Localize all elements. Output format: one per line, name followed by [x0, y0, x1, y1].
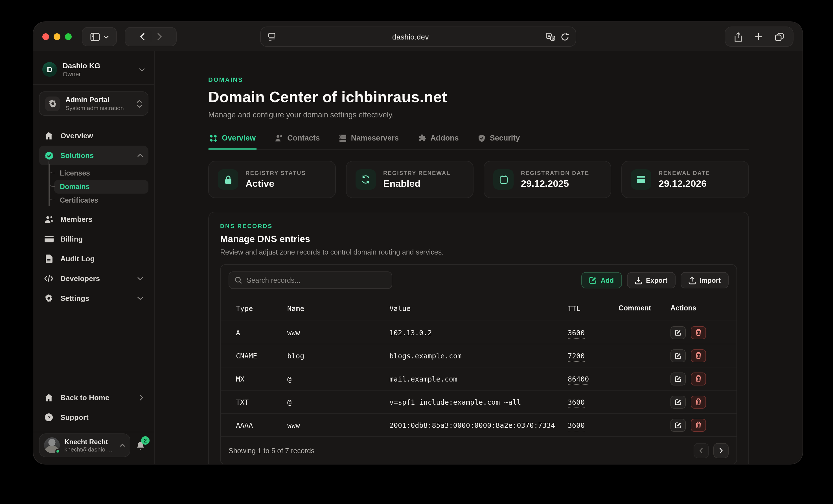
edit-record-button[interactable] [670, 349, 686, 362]
minimize-window-button[interactable] [54, 33, 61, 40]
back-button[interactable] [140, 33, 145, 41]
edit-record-button[interactable] [670, 395, 686, 408]
cell-type: MX [236, 375, 287, 383]
table-row: A www 102.13.0.2 3600 [221, 320, 737, 344]
sidebar-item-label: Developers [61, 274, 100, 283]
delete-record-button[interactable] [691, 418, 706, 431]
tab-label: Contacts [287, 134, 320, 142]
search-records-input[interactable] [229, 271, 392, 289]
sidebar-item-label: Licenses [60, 169, 90, 177]
card-icon [631, 169, 651, 190]
cell-ttl[interactable]: 86400 [568, 375, 589, 385]
button-label: Add [601, 276, 614, 284]
browser-actions [724, 26, 793, 47]
sidebar-item-back-to-home[interactable]: Back to Home [39, 388, 148, 407]
forward-button[interactable] [157, 33, 162, 41]
sidebar-item-overview[interactable]: Overview [39, 126, 148, 146]
solutions-subnav: Licenses Domains Certificates [39, 165, 148, 209]
portal-selector[interactable]: Admin Portal System administration [39, 91, 148, 116]
delete-record-button[interactable] [691, 372, 706, 385]
sidebar-item-label: Back to Home [61, 393, 109, 402]
shield-icon [478, 134, 485, 142]
table-row: MX @ mail.example.com 86400 [221, 367, 737, 390]
cell-ttl[interactable]: 3600 [568, 398, 585, 408]
edit-record-button[interactable] [670, 326, 686, 339]
cell-value: 102.13.0.2 [389, 328, 568, 337]
cell-name: blog [287, 351, 389, 360]
tab-label: Addons [430, 134, 459, 142]
sidebar-item-settings[interactable]: Settings [39, 288, 148, 308]
export-button[interactable]: Export [627, 272, 675, 288]
cell-ttl[interactable]: 3600 [568, 421, 585, 431]
cell-type: AAAA [236, 421, 287, 429]
next-page-button[interactable] [713, 443, 729, 458]
domain-tabs: Overview Contacts Nameservers Addons [208, 131, 749, 149]
panel-eyebrow: DNS RECORDS [220, 222, 737, 229]
delete-record-button[interactable] [691, 349, 706, 362]
stat-label: REGISTRY STATUS [245, 170, 306, 176]
tab-overview-icon[interactable] [775, 32, 784, 41]
column-header-actions: Actions [670, 304, 728, 312]
share-icon[interactable] [734, 32, 742, 42]
stat-renewal-date: RENEWAL DATE 29.12.2026 [621, 161, 749, 198]
close-window-button[interactable] [42, 33, 49, 40]
notifications-button[interactable]: 2 [135, 440, 148, 451]
home-icon [44, 131, 54, 140]
sidebar-item-domains[interactable]: Domains [39, 180, 148, 194]
cell-type: A [236, 328, 287, 337]
upload-icon [688, 276, 696, 284]
cell-ttl[interactable]: 7200 [568, 351, 585, 361]
reload-icon[interactable] [561, 32, 569, 41]
search-input[interactable] [247, 276, 386, 284]
sidebar-item-label: Settings [61, 294, 90, 303]
stat-value: 29.12.2026 [659, 178, 710, 189]
url-text[interactable]: dashio.dev [276, 32, 545, 41]
records-toolbar: Add Export Import [221, 265, 737, 296]
edit-record-button[interactable] [670, 372, 686, 385]
stat-label: REGISTRY RENEWAL [383, 170, 451, 176]
tab-security[interactable]: Security [477, 131, 521, 149]
org-name: Dashio KG [63, 62, 100, 70]
users-icon [44, 215, 54, 223]
tab-contacts[interactable]: Contacts [274, 131, 321, 149]
new-tab-icon[interactable] [755, 33, 762, 41]
sidebar-item-solutions[interactable]: Solutions [39, 146, 148, 165]
sidebar-item-certificates[interactable]: Certificates [39, 194, 148, 207]
sidebar-panel-icon [90, 32, 100, 41]
cell-value: mail.example.com [389, 375, 568, 383]
tab-nameservers[interactable]: Nameservers [338, 131, 400, 149]
puzzle-icon [418, 134, 426, 142]
add-record-button[interactable]: Add [581, 272, 622, 288]
sidebar-item-label: Billing [61, 235, 83, 243]
import-button[interactable]: Import [680, 272, 729, 288]
sidebar-item-members[interactable]: Members [39, 209, 148, 229]
chevron-down-icon [103, 35, 109, 39]
sidebar-item-developers[interactable]: Developers [39, 269, 148, 288]
tab-overview[interactable]: Overview [208, 131, 257, 149]
tab-addons[interactable]: Addons [417, 131, 460, 149]
browser-sidebar-toggle[interactable] [82, 27, 117, 46]
tab-label: Security [490, 134, 520, 142]
user-menu[interactable]: Knecht Recht knecht@dashio.n... [39, 433, 130, 457]
reader-mode-icon[interactable] [267, 33, 276, 41]
cell-ttl[interactable]: 3600 [568, 328, 585, 338]
sidebar-item-audit-log[interactable]: Audit Log [39, 249, 148, 269]
org-switcher[interactable]: D Dashio KG Owner [39, 57, 148, 84]
sidebar-item-licenses[interactable]: Licenses [39, 167, 148, 180]
translate-icon[interactable]: A文 [545, 32, 555, 41]
chevron-right-icon [139, 394, 143, 401]
cell-value: blogs.example.com [389, 351, 568, 360]
address-bar[interactable]: dashio.dev A文 [260, 26, 576, 47]
sidebar-item-billing[interactable]: Billing [39, 229, 148, 249]
delete-record-button[interactable] [691, 326, 706, 339]
zoom-window-button[interactable] [65, 33, 72, 40]
panel-subtitle: Review and adjust zone records to contro… [220, 248, 737, 256]
sidebar-item-label: Domains [60, 183, 90, 191]
previous-page-button[interactable] [694, 443, 709, 458]
sidebar-item-support[interactable]: ? Support [39, 407, 148, 427]
credit-card-icon [44, 235, 54, 243]
delete-record-button[interactable] [691, 395, 706, 408]
browser-window: dashio.dev A文 D Dashio KG Own [33, 21, 803, 464]
cell-type: CNAME [236, 351, 287, 360]
edit-record-button[interactable] [670, 418, 686, 431]
